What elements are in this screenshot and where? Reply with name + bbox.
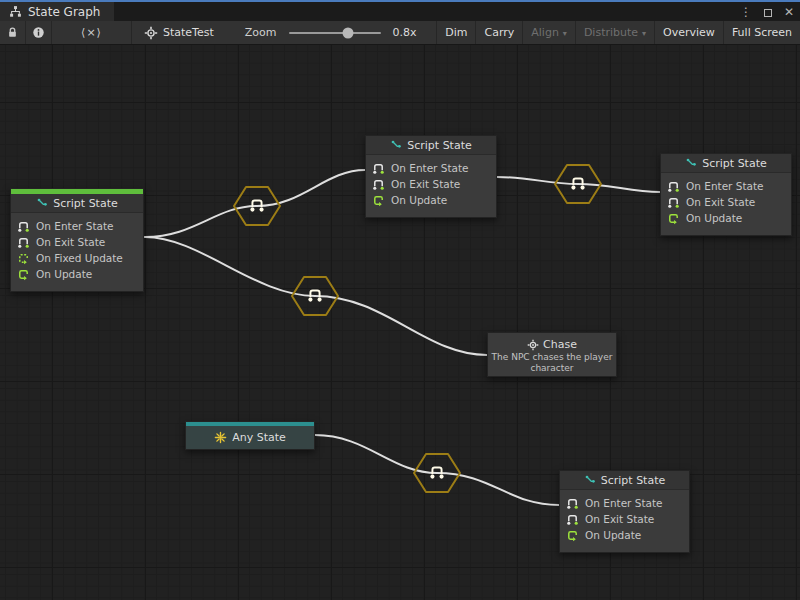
port-label: On Update xyxy=(686,212,742,224)
port-on-update[interactable]: On Update xyxy=(566,527,683,543)
node-items: On Enter State On Exit State On Update xyxy=(661,173,791,235)
flow-port-icon xyxy=(566,513,579,526)
script-state-icon xyxy=(36,197,48,209)
window-accent-line xyxy=(0,0,800,2)
connection xyxy=(578,184,660,192)
flow-port-icon xyxy=(667,180,680,193)
info-button[interactable] xyxy=(26,21,52,44)
node-description: The NPC chases the player character xyxy=(491,352,613,375)
port-label: On Fixed Update xyxy=(36,252,123,264)
node-header[interactable]: Script State xyxy=(661,154,791,173)
transition-node[interactable] xyxy=(414,454,460,492)
node-title: Script State xyxy=(407,139,472,152)
dim-button[interactable]: Dim xyxy=(436,21,475,44)
node-header: Chase xyxy=(491,338,613,351)
overview-label: Overview xyxy=(663,26,715,39)
port-label: On Enter State xyxy=(585,497,663,509)
connection xyxy=(437,473,559,505)
port-on-exit-state[interactable]: On Exit State xyxy=(566,511,683,527)
flow-port-icon xyxy=(372,162,385,175)
window-menu-button[interactable]: ⋮ xyxy=(740,6,752,18)
tab-state-graph[interactable]: State Graph xyxy=(0,2,114,21)
port-label: On Update xyxy=(391,194,447,206)
port-label: On Update xyxy=(36,268,92,280)
loop-icon xyxy=(667,212,680,225)
flow-port-icon xyxy=(17,220,30,233)
port-label: On Enter State xyxy=(36,220,114,232)
chevron-down-icon: ▾ xyxy=(563,29,567,38)
node-title: Any State xyxy=(232,431,286,444)
titlebar: State Graph ⋮ ✕ xyxy=(0,0,800,21)
port-on-enter-state[interactable]: On Enter State xyxy=(667,178,785,194)
node-items: On Enter State On Exit State On Update xyxy=(366,155,496,217)
connection xyxy=(497,177,578,184)
chase-state-node[interactable]: Chase The NPC chases the player characte… xyxy=(487,332,617,377)
script-state-node-right[interactable]: Script State On Enter State On Exit Stat… xyxy=(660,153,792,236)
port-label: On Update xyxy=(585,529,641,541)
align-button[interactable]: Align ▾ xyxy=(522,21,575,44)
port-on-update[interactable]: On Update xyxy=(667,210,785,226)
overview-button[interactable]: Overview xyxy=(654,21,723,44)
port-on-exit-state[interactable]: On Exit State xyxy=(17,234,137,250)
node-header[interactable]: Script State xyxy=(366,136,496,155)
zoom-label: Zoom xyxy=(245,26,277,39)
port-label: On Exit State xyxy=(585,513,654,525)
port-on-update[interactable]: On Update xyxy=(17,266,137,282)
zoom-slider[interactable] xyxy=(289,32,381,34)
port-on-exit-state[interactable]: On Exit State xyxy=(372,176,490,192)
any-state-node[interactable]: Any State xyxy=(185,421,315,450)
connection xyxy=(145,237,315,296)
script-state-icon xyxy=(584,474,596,486)
node-header[interactable]: Any State xyxy=(186,426,314,449)
transition-flow-icon xyxy=(250,200,263,211)
node-title: Script State xyxy=(53,197,118,210)
node-header[interactable]: Script State xyxy=(560,471,689,490)
port-on-enter-state[interactable]: On Enter State xyxy=(372,160,490,176)
lock-icon xyxy=(6,26,19,39)
chase-target-icon xyxy=(527,339,539,351)
connection xyxy=(145,206,257,237)
toolbar: ⟨×⟩ StateTest Zoom 0.8x Dim Carry Align … xyxy=(0,21,800,45)
maximize-button[interactable] xyxy=(764,2,772,21)
graph-name: StateTest xyxy=(163,26,214,39)
zoom-control: Zoom 0.8x xyxy=(245,21,417,44)
transition-flow-icon xyxy=(308,290,321,301)
script-state-node-mid[interactable]: Script State On Enter State On Exit Stat… xyxy=(365,135,497,218)
transition-node[interactable] xyxy=(234,187,280,225)
window-controls: ⋮ ✕ xyxy=(740,2,794,21)
code-preview-button[interactable]: ⟨×⟩ xyxy=(52,21,132,44)
transition-flow-icon xyxy=(571,178,584,189)
zoom-value: 0.8x xyxy=(393,26,417,39)
graph-canvas[interactable]: Script State On Enter State On Exit Stat… xyxy=(0,45,800,600)
tab-title: State Graph xyxy=(28,5,100,19)
port-on-enter-state[interactable]: On Enter State xyxy=(566,495,683,511)
node-title: Script State xyxy=(702,157,767,170)
zoom-slider-handle[interactable] xyxy=(343,27,354,38)
toolbar-spacer xyxy=(417,21,437,44)
any-state-star-icon xyxy=(214,431,227,444)
port-label: On Enter State xyxy=(686,180,764,192)
port-on-enter-state[interactable]: On Enter State xyxy=(17,218,137,234)
node-items: On Enter State On Exit State On Fixed Up… xyxy=(11,213,143,291)
transition-flow-icon xyxy=(430,467,443,478)
state-graph-window: State Graph ⋮ ✕ ⟨×⟩ StateTest Zoom 0.8x xyxy=(0,0,800,600)
node-header[interactable]: Script State xyxy=(11,194,143,213)
flow-port-icon xyxy=(17,236,30,249)
port-on-fixed-update[interactable]: On Fixed Update xyxy=(17,250,137,266)
lock-button[interactable] xyxy=(0,21,26,44)
loop-icon xyxy=(372,194,385,207)
graph-breadcrumb-button[interactable]: StateTest xyxy=(132,21,223,44)
fullscreen-button[interactable]: Full Screen xyxy=(723,21,800,44)
transition-node[interactable] xyxy=(555,165,601,203)
port-on-exit-state[interactable]: On Exit State xyxy=(667,194,785,210)
distribute-button[interactable]: Distribute ▾ xyxy=(575,21,654,44)
port-label: On Exit State xyxy=(36,236,105,248)
close-button[interactable]: ✕ xyxy=(784,6,794,18)
carry-button[interactable]: Carry xyxy=(475,21,522,44)
script-state-node-bottom[interactable]: Script State On Enter State On Exit Stat… xyxy=(559,470,690,553)
script-state-node-start[interactable]: Script State On Enter State On Exit Stat… xyxy=(10,188,144,292)
port-on-update[interactable]: On Update xyxy=(372,192,490,208)
script-state-icon xyxy=(390,139,402,151)
transition-node[interactable] xyxy=(292,277,338,315)
dim-label: Dim xyxy=(445,26,467,39)
